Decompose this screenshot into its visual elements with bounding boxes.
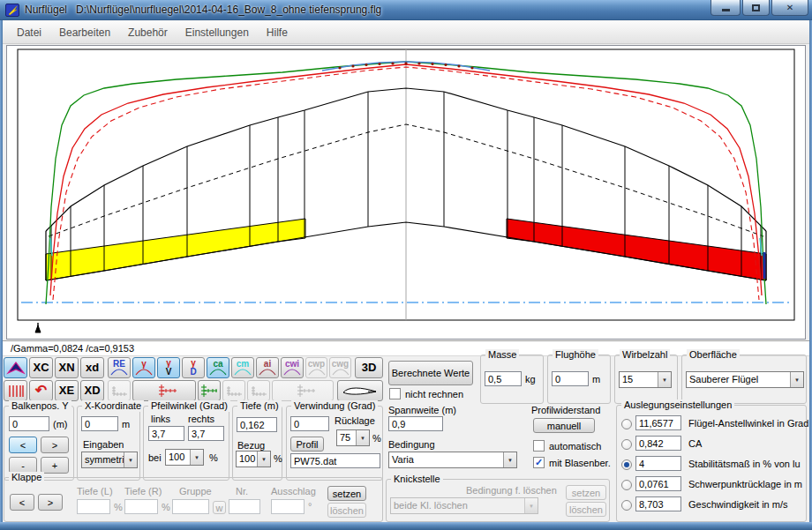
tiefe-bezug-select[interactable]: 100 ▼ — [236, 451, 271, 467]
gamma-d-plot-button[interactable]: γD — [182, 357, 205, 378]
menu-zubehoer[interactable]: Zubehör — [119, 24, 177, 41]
hatch-button[interactable] — [4, 380, 27, 401]
auslegung-radio-stabilitaet[interactable] — [621, 459, 632, 470]
axis-plot-button-2[interactable] — [222, 380, 245, 401]
knickstelle-frame: Knickstelle Bedingung f. löschen beide K… — [386, 479, 610, 522]
ai-plot-button[interactable]: ai — [256, 357, 279, 378]
cwg-plot-button[interactable]: cwg — [329, 357, 351, 378]
close-button[interactable]: ✕ — [771, 0, 808, 16]
profil-button[interactable]: Profil — [290, 437, 324, 452]
re-plot-button[interactable]: RE — [108, 357, 131, 378]
spannweite-input[interactable] — [388, 416, 443, 431]
masse-input[interactable] — [485, 371, 522, 386]
title-bar[interactable]: Nurflügel D:\Nurflügel\nurfluegel\2014-0… — [0, 0, 812, 20]
dropdown-arrow-icon[interactable]: ▼ — [658, 372, 671, 387]
geschwindigkeit-input[interactable] — [635, 496, 681, 511]
xkoordinate-input[interactable] — [81, 416, 118, 431]
planform-view-button[interactable] — [4, 357, 27, 378]
profilwiderstand-label: Profilwiderstand — [531, 405, 600, 415]
dropdown-arrow-icon[interactable]: ▼ — [503, 452, 516, 467]
axis-plot-button-3[interactable] — [247, 380, 270, 401]
dropdown-arrow-icon[interactable]: ▼ — [356, 430, 369, 445]
menu-datei[interactable]: Datei — [8, 24, 50, 41]
eingaben-select[interactable]: symmetri ▼ — [81, 452, 138, 468]
flughoehe-input[interactable] — [552, 371, 589, 386]
axis-plot-button-red[interactable] — [132, 380, 196, 401]
bedingung-select[interactable]: Varia ▼ — [388, 452, 517, 468]
knickstelle-select[interactable]: beide Kl. löschen ▼ — [390, 497, 538, 514]
klappe-gruppe-input[interactable] — [172, 499, 209, 514]
blasenber-checkbox[interactable]: ✓ mit Blasenber. — [533, 457, 611, 468]
klappe-setzen-button[interactable]: setzen — [327, 486, 366, 501]
xn-button[interactable]: XN — [55, 357, 79, 378]
auslegung-radio-ca[interactable] — [621, 439, 632, 450]
balkenpos-next-button[interactable]: > — [41, 437, 69, 453]
gamma-v-plot-button[interactable]: γV — [157, 357, 180, 378]
tiefe-input[interactable] — [237, 417, 277, 432]
auslegung-radio-anstellwinkel[interactable] — [621, 419, 632, 429]
knickstelle-loeschen-button[interactable]: löschen — [566, 502, 606, 517]
pfeilwinkel-bei-select[interactable]: 100 ▼ — [165, 449, 204, 466]
minimize-button[interactable] — [710, 0, 741, 16]
balkenpos-plus-button[interactable]: + — [41, 457, 69, 474]
menu-hilfe[interactable]: Hilfe — [258, 24, 297, 41]
klappe-next-button[interactable]: > — [38, 494, 63, 511]
cwp-plot-button[interactable]: cwp — [305, 357, 327, 378]
berechnete-werte-button[interactable]: Berechnete Werte — [388, 361, 473, 385]
xd2-button[interactable]: XD — [80, 380, 104, 401]
xc-button[interactable]: XC — [29, 357, 53, 378]
dropdown-arrow-icon[interactable]: ▼ — [190, 450, 203, 465]
ruecklage-select[interactable]: 75 ▼ — [336, 429, 370, 446]
profil-file-input[interactable] — [290, 453, 380, 468]
schwerpunkt-input[interactable] — [635, 476, 681, 491]
balkenpos-input[interactable] — [9, 416, 49, 431]
ca-plot-button[interactable]: ca — [207, 357, 229, 378]
klappe-nr-input[interactable] — [229, 499, 260, 514]
manuell-button[interactable]: manuell — [533, 418, 595, 433]
pfeilwinkel-rechts-input[interactable] — [188, 426, 224, 441]
pfeilwinkel-links-input[interactable] — [148, 426, 184, 441]
stabilitaet-input[interactable] — [635, 456, 681, 471]
klappe-loeschen-button[interactable]: löschen — [327, 503, 366, 518]
oberflaeche-select[interactable]: Sauberer Flügel ▼ — [686, 371, 804, 388]
dropdown-arrow-icon[interactable]: ▼ — [790, 372, 803, 387]
verwindung-input[interactable] — [290, 416, 329, 431]
automatisch-checkbox[interactable]: automatisch — [533, 440, 601, 452]
menu-einstellungen[interactable]: Einstellungen — [177, 24, 258, 41]
wing-planform-plot[interactable] — [7, 46, 805, 339]
cwi-plot-button[interactable]: cwi — [281, 357, 304, 378]
flughoehe-frame: Flughöhe m — [547, 355, 611, 404]
nicht-rechnen-checkbox[interactable]: nicht rechnen — [389, 388, 463, 399]
xd-button[interactable]: xd — [80, 357, 104, 378]
auslegung-radio-schwerpunkt[interactable] — [621, 480, 632, 490]
klappe-frame: Klappe < > Tiefe (L) % Tiefe (R) % Grupp… — [4, 477, 383, 522]
dropdown-arrow-icon[interactable]: ▼ — [257, 452, 270, 467]
cm-plot-button[interactable]: cm — [231, 357, 254, 378]
curve-icon — [332, 369, 350, 376]
undo-button[interactable]: ↶ — [29, 380, 53, 401]
klappe-ausschlag-input[interactable] — [271, 499, 304, 514]
klappe-prev-button[interactable]: < — [10, 494, 34, 511]
klappe-w-button[interactable]: w — [213, 501, 226, 514]
gamma-plot-button[interactable]: γ — [132, 357, 155, 378]
airfoil-view-button[interactable] — [337, 380, 383, 401]
wirbelzahl-select[interactable]: 15 ▼ — [619, 371, 672, 388]
axis-plot-button-green[interactable] — [198, 380, 221, 401]
xe-button[interactable]: XE — [55, 380, 79, 401]
maximize-button[interactable] — [742, 0, 770, 16]
menu-bar: Datei Bearbeiten Zubehör Einstellungen H… — [3, 21, 809, 44]
klappe-tiefe-r-input[interactable] — [124, 499, 158, 514]
dropdown-arrow-icon[interactable]: ▼ — [124, 452, 137, 467]
axis-plot-button-1[interactable] — [108, 380, 131, 401]
menu-bearbeiten[interactable]: Bearbeiten — [50, 24, 119, 41]
knickstelle-setzen-button[interactable]: setzen — [566, 485, 606, 500]
balkenpos-prev-button[interactable]: < — [9, 437, 37, 453]
auslegung-radio-geschwindigkeit[interactable] — [621, 500, 632, 511]
klappe-tiefe-l-input[interactable] — [77, 499, 110, 514]
view-3d-button[interactable]: 3D — [355, 357, 383, 378]
axis-plot-button-wide[interactable] — [272, 380, 334, 401]
dropdown-arrow-icon[interactable]: ▼ — [524, 498, 538, 513]
anstellwinkel-input[interactable] — [635, 415, 681, 430]
ca-input[interactable] — [635, 436, 681, 451]
axis-icon — [289, 384, 316, 398]
